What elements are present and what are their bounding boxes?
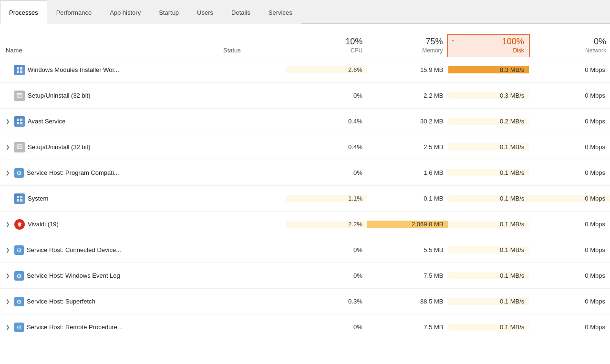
row-cpu-value: 0% — [286, 92, 367, 99]
row-disk-value: 0.1 MB/s — [448, 169, 529, 176]
expand-arrow-icon[interactable]: ❯ — [4, 273, 11, 278]
svg-rect-7 — [20, 119, 22, 121]
table-row[interactable]: ❯ Service Host: Windows Event Log 0% 7.5… — [0, 263, 610, 289]
col-header-network[interactable]: 0% Network — [530, 35, 610, 57]
row-memory-value: 88.5 MB — [367, 298, 448, 305]
row-network-value: 0 Mbps — [529, 143, 610, 151]
process-icon — [14, 245, 24, 255]
col-header-status[interactable]: Status — [219, 45, 286, 57]
svg-rect-15 — [20, 199, 22, 202]
col-header-memory[interactable]: 75% Memory — [366, 35, 446, 57]
tab-details[interactable]: Details — [222, 0, 259, 24]
process-icon — [14, 219, 25, 230]
network-pct: 0% — [594, 37, 606, 47]
disk-pct: 100% — [502, 37, 524, 47]
svg-rect-3 — [20, 71, 22, 73]
process-list[interactable]: Windows Modules Installer Wor... 2.6% 15… — [0, 57, 610, 364]
table-row[interactable]: System 1.1% 0.1 MB 0.1 MB/s 0 Mbps — [0, 186, 610, 212]
process-name: System — [28, 195, 48, 202]
tab-startup[interactable]: Startup — [150, 0, 188, 24]
expand-arrow-icon[interactable]: ❯ — [4, 247, 11, 253]
process-name: Service Host: Connected Device... — [27, 246, 121, 253]
process-icon — [14, 193, 25, 204]
table-row[interactable]: ❯ Vivaldi (19) 2.2% 2,069.8 MB 0.1 MB/s … — [0, 212, 610, 237]
table-row[interactable]: ❯ Service Host: Remote Procedure... 0% 7… — [0, 314, 610, 340]
process-name: Service Host: Program Compati... — [27, 169, 119, 176]
main-content: Name Status 10% CPU 75% Memory ⌄ 100% Di… — [0, 24, 610, 364]
table-row[interactable]: ❯ Setup/Uninstall (32 bit) 0.4% 2.5 MB 0… — [0, 134, 610, 160]
tab-label: Details — [231, 9, 250, 16]
svg-rect-2 — [17, 71, 19, 73]
svg-rect-12 — [17, 196, 19, 198]
svg-rect-9 — [20, 122, 22, 124]
process-name: Avast Service — [28, 118, 65, 125]
col-header-cpu[interactable]: 10% CPU — [286, 35, 366, 57]
row-memory-value: 7.5 MB — [367, 324, 448, 331]
process-name: Service Host: Windows Event Log — [27, 272, 120, 279]
svg-rect-0 — [17, 67, 19, 70]
row-name-col: ❯ Service Host: Remote Procedure... — [0, 323, 219, 332]
row-cpu-value: 0% — [286, 272, 367, 279]
svg-rect-13 — [20, 196, 22, 198]
sort-chevron-icon: ⌄ — [451, 37, 455, 43]
row-cpu-value: 2.6% — [286, 66, 367, 73]
row-disk-value: 0.1 MB/s — [448, 221, 529, 228]
expand-arrow-icon[interactable]: ❯ — [4, 299, 11, 304]
tab-services[interactable]: Services — [259, 0, 301, 24]
row-cpu-value: 0.3% — [286, 298, 367, 305]
svg-rect-11 — [18, 146, 21, 147]
svg-rect-5 — [18, 94, 21, 95]
tab-processes[interactable]: Processes — [0, 0, 47, 24]
row-cpu-value: 2.2% — [286, 221, 367, 228]
row-disk-value: 8.3 MB/s — [448, 66, 529, 73]
tab-label: Processes — [9, 9, 38, 16]
table-row[interactable]: ❯ Avast Service 0.4% 30.2 MB 0.2 MB/s 0 … — [0, 109, 610, 134]
tab-bar: Processes Performance App history Startu… — [0, 0, 610, 24]
expand-arrow-icon[interactable]: ❯ — [4, 170, 11, 175]
row-network-value: 0 Mbps — [529, 246, 610, 253]
tab-label: Performance — [56, 9, 92, 16]
process-icon — [14, 91, 25, 101]
row-disk-value: 0.1 MB/s — [448, 195, 529, 202]
expand-arrow-icon[interactable]: ❯ — [4, 222, 11, 227]
row-disk-value: 0.1 MB/s — [448, 246, 529, 253]
tab-users[interactable]: Users — [188, 0, 222, 24]
row-network-value: 0 Mbps — [529, 221, 610, 228]
table-row[interactable]: ❯ Service Host: Superfetch 0.3% 88.5 MB … — [0, 289, 610, 314]
disk-label: Disk — [513, 47, 524, 54]
expand-arrow-icon[interactable]: ❯ — [4, 119, 11, 124]
row-memory-value: 5.5 MB — [367, 246, 448, 253]
row-cpu-value: 0% — [286, 169, 367, 176]
row-name-col: Setup/Uninstall (32 bit) — [0, 91, 219, 101]
svg-rect-6 — [17, 119, 19, 121]
row-network-value: 0 Mbps — [529, 66, 610, 73]
process-icon — [14, 116, 25, 127]
table-row[interactable]: Windows Modules Installer Wor... 2.6% 15… — [0, 57, 610, 83]
row-disk-value: 0.3 MB/s — [448, 92, 529, 99]
row-disk-value: 0.1 MB/s — [448, 298, 529, 305]
column-header-row: Name Status 10% CPU 75% Memory ⌄ 100% Di… — [0, 24, 610, 57]
row-cpu-value: 1.1% — [286, 195, 367, 202]
row-disk-value: 0.2 MB/s — [448, 118, 529, 125]
expand-arrow-icon[interactable]: ❯ — [4, 324, 11, 330]
table-row[interactable]: ❯ Service Host: Connected Device... 0% 5… — [0, 237, 610, 263]
row-name-col: ❯ Service Host: Superfetch — [0, 297, 219, 306]
row-network-value: 0 Mbps — [529, 118, 610, 125]
network-label: Network — [585, 47, 606, 54]
row-cpu-value: 0.4% — [286, 118, 367, 125]
row-disk-value: 0.1 MB/s — [448, 272, 529, 279]
col-header-disk[interactable]: ⌄ 100% Disk — [447, 34, 530, 57]
tab-performance[interactable]: Performance — [47, 0, 101, 24]
col-header-name[interactable]: Name — [0, 45, 219, 57]
table-row[interactable]: Setup/Uninstall (32 bit) 0% 2.2 MB 0.3 M… — [0, 83, 610, 109]
process-name: Setup/Uninstall (32 bit) — [28, 143, 91, 151]
svg-rect-1 — [20, 67, 22, 70]
memory-label: Memory — [422, 47, 443, 54]
row-cpu-value: 0% — [286, 246, 367, 253]
tab-app-history[interactable]: App history — [101, 0, 150, 24]
row-memory-value: 2.5 MB — [367, 143, 448, 151]
row-name-col: ❯ Setup/Uninstall (32 bit) — [0, 142, 219, 152]
expand-arrow-icon[interactable]: ❯ — [4, 144, 11, 150]
table-row[interactable]: ❯ Service Host: Program Compati... 0% 1.… — [0, 160, 610, 186]
row-name-col: ❯ Avast Service — [0, 116, 219, 127]
